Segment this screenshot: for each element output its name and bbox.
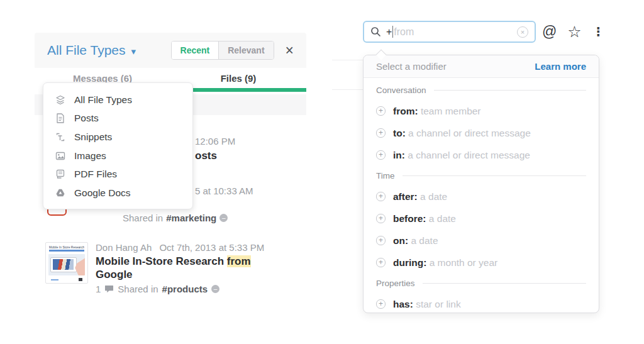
modifier-item-before[interactable]: + before: a date — [376, 208, 586, 230]
menu-item-label: Posts — [74, 113, 99, 124]
search-results-panel: All File Types ▾ Recent Relevant × Messa… — [35, 33, 306, 309]
modifier-keyword: after: — [393, 191, 418, 202]
menu-item-label: PDF Files — [74, 169, 117, 180]
modifier-item-to[interactable]: + to: a channel or direct message — [376, 122, 586, 144]
modifier-panel-header: Select a modifier Learn more — [364, 55, 599, 78]
menu-item-posts[interactable]: Posts — [43, 109, 192, 128]
modifier-keyword: to: — [393, 128, 406, 138]
search-typed-text: + — [386, 26, 392, 38]
modifier-item-from[interactable]: + from: team member — [376, 100, 586, 122]
modifier-description: star or link — [416, 299, 461, 309]
shared-in-label: Shared in — [123, 213, 163, 223]
add-modifier-icon: + — [376, 258, 386, 267]
menu-item-snippets[interactable]: Snippets — [43, 128, 192, 147]
menu-item-all-file-types[interactable]: All File Types — [43, 91, 192, 109]
unshare-icon[interactable]: – — [211, 285, 219, 293]
search-suggestion-text: from — [394, 26, 414, 38]
sort-recent-button[interactable]: Recent — [172, 42, 219, 59]
thumbnail-photo — [48, 254, 85, 275]
modifier-panel-title: Select a modifier — [376, 61, 447, 72]
channel-link[interactable]: #marketing — [166, 213, 216, 223]
modifier-keyword: on: — [393, 235, 408, 246]
menu-item-pdf-files[interactable]: PDF Files — [43, 165, 192, 184]
file-type-filter-dropdown[interactable]: All File Types ▾ — [47, 43, 136, 58]
google-drive-icon — [55, 187, 66, 199]
search-icon — [370, 26, 381, 37]
result-timestamp: Oct 7th, 2013 at 5:33 PM — [159, 242, 264, 253]
modifier-description: a channel or direct message — [408, 150, 530, 160]
modifier-item-during[interactable]: + during: a month or year — [376, 252, 586, 274]
modifier-item-has[interactable]: + has: star or link — [376, 293, 586, 315]
search-modifier-panel: Select a modifier Learn more Conversatio… — [363, 55, 599, 313]
result-meta: Don Hang Ah Oct 7th, 2013 at 5:33 PM — [96, 242, 278, 253]
learn-more-link[interactable]: Learn more — [535, 61, 586, 72]
thumbnail-subtitle-line — [49, 250, 84, 252]
page: All File Types ▾ Recent Relevant × Messa… — [0, 0, 644, 344]
section-properties: Properties — [376, 274, 586, 293]
section-rule — [434, 90, 586, 91]
modifier-keyword: in: — [393, 150, 405, 160]
add-modifier-icon: + — [376, 299, 386, 309]
section-rule — [423, 283, 586, 284]
add-modifier-icon: + — [376, 128, 386, 138]
section-label: Properties — [376, 279, 415, 288]
thumbnail-tablet-shape — [50, 257, 77, 272]
modifier-description: a month or year — [430, 257, 498, 268]
add-modifier-icon: + — [376, 150, 386, 160]
add-modifier-icon: + — [376, 106, 386, 116]
file-type-filter-label: All File Types — [47, 43, 126, 58]
clear-search-icon[interactable]: × — [517, 26, 528, 38]
section-label: Time — [376, 171, 395, 180]
mentions-icon[interactable]: @ — [542, 23, 557, 40]
section-rule — [402, 175, 587, 176]
modifier-keyword: from: — [393, 106, 418, 116]
snippet-icon — [55, 131, 66, 143]
modifier-item-in[interactable]: + in: a channel or direct message — [376, 144, 586, 166]
image-icon — [55, 150, 66, 162]
comment-bubble-icon — [104, 285, 114, 294]
overflow-menu-icon[interactable]: ⋮ — [592, 25, 604, 39]
thumbnail-screen-shape — [53, 259, 74, 270]
section-conversation: Conversation — [376, 80, 586, 100]
add-modifier-icon: + — [376, 214, 386, 223]
obscured-result-timestamp: 5 at 10:33 AM — [195, 186, 253, 196]
file-result-row[interactable]: Mobile In Store Research Don Hang Ah Oct… — [45, 242, 297, 294]
menu-item-google-docs[interactable]: Google Docs — [43, 184, 192, 203]
add-modifier-icon: + — [376, 236, 386, 245]
chevron-down-icon: ▾ — [131, 46, 136, 57]
file-type-menu: All File Types Posts Snippets — [43, 82, 193, 209]
menu-item-label: Images — [74, 150, 106, 162]
background-divider — [332, 89, 363, 90]
section-label: Conversation — [376, 86, 426, 95]
menu-item-images[interactable]: Images — [43, 147, 192, 165]
close-icon[interactable]: × — [283, 43, 296, 58]
modifier-keyword: during: — [393, 257, 426, 268]
result-title-pre: Mobile In-Store Research — [96, 255, 227, 267]
add-modifier-icon: + — [376, 192, 386, 201]
modifier-description: a channel or direct message — [408, 128, 531, 138]
background-divider — [332, 60, 363, 60]
text-cursor — [392, 26, 393, 38]
channel-link[interactable]: #products — [162, 284, 208, 294]
sort-relevant-button[interactable]: Relevant — [218, 42, 273, 59]
modifier-item-on[interactable]: + on: a date — [376, 230, 586, 252]
menu-item-label: Google Docs — [74, 187, 131, 199]
result-title[interactable]: Mobile In-Store Research from Google — [96, 255, 273, 281]
shared-in-label: Shared in — [118, 284, 158, 294]
file-thumbnail[interactable]: Mobile In Store Research — [45, 242, 88, 284]
results-header: All File Types ▾ Recent Relevant × — [35, 33, 306, 68]
unshare-icon[interactable]: – — [219, 214, 228, 222]
result-title-highlight: from — [227, 255, 251, 267]
result-author[interactable]: Don Hang Ah — [96, 242, 152, 253]
thumbnail-logo-line — [51, 279, 58, 280]
post-icon — [55, 113, 66, 124]
modifier-item-after[interactable]: + after: a date — [376, 186, 586, 208]
modifier-keyword: before: — [393, 213, 426, 224]
sort-toggle: Recent Relevant — [171, 41, 274, 60]
layers-icon — [55, 94, 66, 106]
starred-items-icon[interactable]: ☆ — [567, 24, 581, 40]
result-footer: 1 Shared in #products – — [96, 284, 278, 294]
thumbnail-footer-mark — [79, 278, 82, 281]
search-toolbar: @ ☆ ⋮ — [542, 21, 605, 43]
search-input[interactable]: + from × — [363, 21, 536, 43]
